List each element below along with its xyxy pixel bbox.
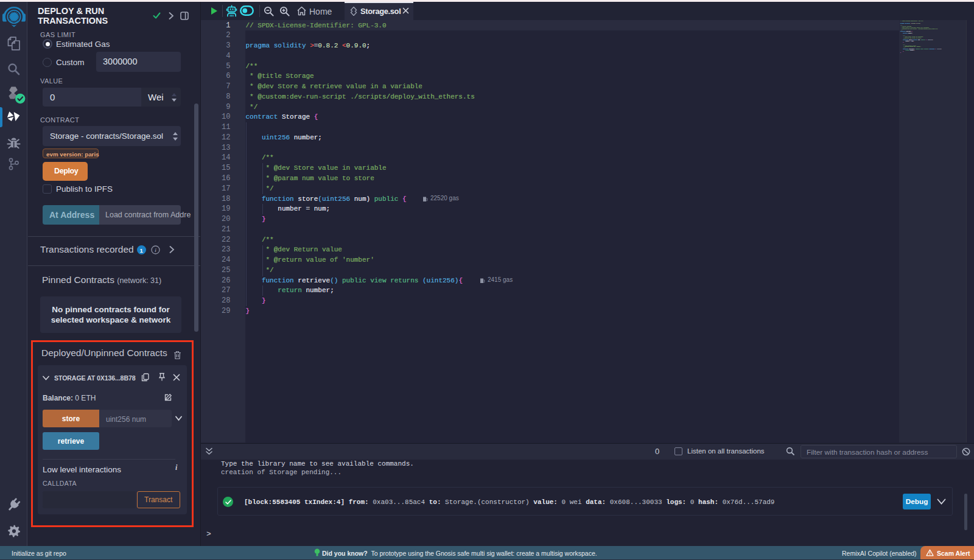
svg-text:i: i (155, 247, 156, 253)
